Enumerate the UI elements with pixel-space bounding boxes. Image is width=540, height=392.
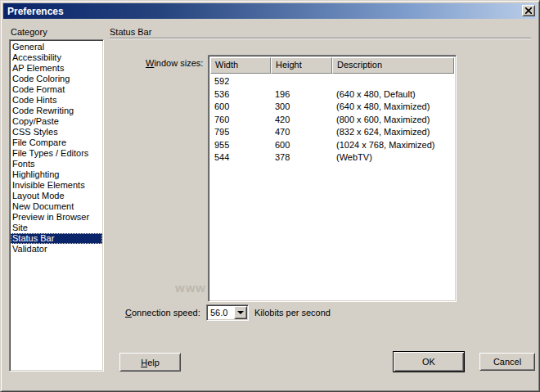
table-cell: 196 — [271, 88, 332, 101]
table-row[interactable]: 592 — [210, 75, 454, 88]
category-item[interactable]: Validator — [11, 244, 102, 255]
watermark-text: www — [175, 281, 208, 295]
panel-separator — [110, 38, 531, 39]
table-row[interactable]: 795470(832 x 624, Maximized) — [210, 126, 454, 139]
category-item[interactable]: Copy/Paste — [11, 116, 102, 127]
category-item[interactable]: CSS Styles — [11, 127, 102, 137]
panel-title: Status Bar — [110, 27, 151, 37]
table-cell — [271, 75, 332, 88]
category-item[interactable]: Layout Mode — [11, 191, 102, 201]
table-cell: (WebTV) — [332, 151, 454, 164]
window-sizes-table-body[interactable]: 592536196(640 x 480, Default)600300(640 … — [210, 74, 454, 300]
table-row[interactable]: 600300(640 x 480, Maximized) — [210, 101, 454, 114]
table-cell: 300 — [271, 101, 332, 114]
table-cell: 544 — [210, 151, 271, 164]
table-cell: (1024 x 768, Maximized) — [332, 139, 454, 152]
table-row[interactable]: 536196(640 x 480, Default) — [210, 88, 454, 101]
help-button[interactable]: Help — [119, 353, 181, 372]
chevron-down-icon — [237, 311, 244, 314]
table-cell: 760 — [210, 114, 271, 127]
table-cell: (800 x 600, Maximized) — [332, 114, 454, 127]
table-cell: 600 — [210, 101, 271, 114]
category-label: Category — [11, 27, 47, 37]
table-row[interactable]: 544378(WebTV) — [210, 151, 454, 164]
connection-speed-value: 56.0 — [207, 306, 234, 319]
category-item[interactable]: Fonts — [11, 159, 102, 169]
close-button[interactable] — [522, 5, 535, 16]
table-row[interactable]: 955600(1024 x 768, Maximized) — [210, 139, 454, 152]
category-item[interactable]: AP Elements — [11, 63, 102, 74]
table-cell: 592 — [210, 75, 271, 88]
connection-speed-select[interactable]: 56.0 — [206, 304, 249, 321]
category-item[interactable]: General — [11, 42, 102, 52]
category-list[interactable]: GeneralAccessibilityAP ElementsCode Colo… — [9, 39, 104, 372]
table-cell: (640 x 480, Maximized) — [332, 101, 454, 114]
table-cell: 420 — [271, 114, 332, 127]
dialog-title: Preferences — [7, 6, 64, 17]
window-sizes-table-header: WidthHeightDescription — [210, 57, 454, 74]
table-row[interactable]: 760420(800 x 600, Maximized) — [210, 114, 454, 127]
column-header[interactable]: Description — [332, 57, 454, 74]
ok-button-label: OK — [422, 357, 435, 367]
category-item[interactable]: Code Hints — [11, 95, 102, 106]
category-item[interactable]: Code Format — [11, 84, 102, 95]
cancel-button[interactable]: Cancel — [479, 353, 535, 371]
combo-dropdown-button[interactable] — [234, 306, 247, 319]
window-sizes-table[interactable]: WidthHeightDescription 592536196(640 x 4… — [208, 55, 457, 302]
help-button-label: Help — [141, 358, 160, 367]
titlebar[interactable]: Preferences — [3, 3, 537, 19]
category-item[interactable]: New Document — [11, 201, 102, 212]
ok-button[interactable]: OK — [393, 351, 465, 372]
table-cell: 536 — [210, 88, 271, 101]
column-header[interactable]: Height — [271, 57, 332, 74]
connection-speed-label: Connection speed: — [125, 308, 200, 318]
table-cell: 600 — [271, 139, 332, 152]
category-item[interactable]: Invisible Elements — [11, 180, 102, 191]
window-sizes-label: Window sizes: — [146, 58, 203, 68]
table-cell: (832 x 624, Maximized) — [332, 126, 454, 139]
close-icon — [525, 6, 532, 16]
connection-speed-unit: Kilobits per second — [254, 308, 331, 318]
category-item[interactable]: Site — [11, 223, 102, 233]
category-item[interactable]: Code Coloring — [11, 74, 102, 84]
category-item[interactable]: Code Rewriting — [11, 106, 102, 116]
preferences-dialog: Preferences Category GeneralAccessibilit… — [0, 0, 540, 392]
category-item[interactable]: Preview in Browser — [11, 212, 102, 223]
category-item[interactable]: Status Bar — [11, 233, 102, 244]
table-cell — [332, 75, 454, 88]
category-item[interactable]: Accessibility — [11, 52, 102, 63]
category-item[interactable]: File Compare — [11, 137, 102, 148]
table-cell: (640 x 480, Default) — [332, 88, 454, 101]
table-cell: 955 — [210, 139, 271, 152]
table-cell: 795 — [210, 126, 271, 139]
column-header[interactable]: Width — [210, 57, 271, 74]
table-cell: 470 — [271, 126, 332, 139]
category-item[interactable]: File Types / Editors — [11, 148, 102, 159]
table-cell: 378 — [271, 151, 332, 164]
cancel-button-label: Cancel — [493, 357, 521, 367]
category-item[interactable]: Highlighting — [11, 169, 102, 180]
